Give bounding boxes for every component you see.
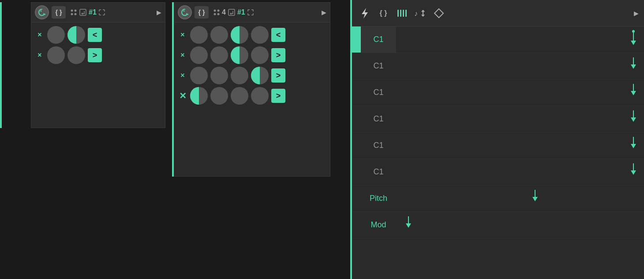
- diamond-icon[interactable]: [431, 6, 446, 21]
- expand-icon-1[interactable]: [98, 9, 105, 16]
- note-knob-1[interactable]: [631, 30, 636, 45]
- note-knob-3[interactable]: [631, 84, 636, 95]
- row-x-2[interactable]: ×: [35, 50, 45, 60]
- note-row-2[interactable]: C1: [352, 53, 644, 79]
- note-row-1[interactable]: C1: [352, 26, 644, 53]
- braces-icon-2[interactable]: { }: [195, 6, 209, 19]
- svg-text:♪: ♪: [414, 10, 418, 17]
- p2-c-4-2[interactable]: [210, 87, 228, 105]
- bars-icon[interactable]: [394, 6, 409, 21]
- braces-icon-3[interactable]: { }: [376, 6, 391, 21]
- p2-c-2-3[interactable]: [231, 46, 248, 64]
- p2-row-x-1[interactable]: ×: [178, 30, 187, 40]
- dots-icon-1: [70, 9, 77, 16]
- note-row-mod[interactable]: Mod: [352, 212, 644, 238]
- note-label-6: C1: [361, 167, 396, 177]
- braces-icon-1[interactable]: { }: [52, 6, 66, 19]
- note-track-2[interactable]: [396, 53, 644, 79]
- note-track-mod[interactable]: [396, 212, 644, 238]
- note-up-down-icon[interactable]: ♪: [413, 6, 428, 21]
- svg-point-7: [214, 13, 216, 15]
- knob-line-1: [633, 33, 634, 41]
- p2-c-3-4[interactable]: [251, 67, 269, 84]
- loop-icon-2[interactable]: [178, 5, 192, 19]
- p2-arrow-left-1[interactable]: <: [271, 28, 285, 42]
- step-row-2: × >: [35, 46, 161, 64]
- p2-c-3-3[interactable]: [231, 67, 248, 84]
- step-circle-2-1[interactable]: [47, 46, 65, 64]
- step-circle-2-2[interactable]: [67, 46, 85, 64]
- p2-c-1-3[interactable]: [231, 26, 248, 44]
- knob-line-mod: [408, 216, 409, 223]
- note-track-6[interactable]: [396, 159, 644, 185]
- knob-triangle-3: [631, 91, 636, 95]
- panel3-toolbar: { } ♪ ▶: [352, 0, 644, 26]
- p2-c-4-1[interactable]: [190, 87, 208, 105]
- p2-arrow-right-4[interactable]: >: [271, 89, 285, 103]
- note-row-5[interactable]: C1: [352, 132, 644, 159]
- p2-row-x-3[interactable]: ×: [178, 71, 187, 80]
- p2-c-1-2[interactable]: [210, 26, 228, 44]
- p2-arrow-right-3[interactable]: >: [271, 68, 285, 83]
- note-label-1: C1: [361, 35, 396, 44]
- knob-triangle-1: [631, 41, 636, 45]
- svg-rect-4: [80, 9, 86, 15]
- note-knob-2[interactable]: [631, 57, 636, 69]
- step-circle-1-1[interactable]: [47, 26, 65, 44]
- play-button-2[interactable]: ▶: [322, 9, 326, 16]
- knob-triangle-2: [631, 64, 636, 69]
- svg-point-3: [75, 13, 77, 15]
- p2-c-2-1[interactable]: [190, 46, 208, 64]
- note-knob-mod[interactable]: [406, 216, 411, 228]
- note-track-4[interactable]: [396, 106, 644, 132]
- note-label-3: C1: [361, 88, 396, 97]
- p2-row-x-2[interactable]: ×: [178, 50, 187, 60]
- p2-arrow-right-2[interactable]: >: [271, 48, 285, 62]
- expand-icon-2[interactable]: [247, 9, 254, 16]
- p2-c-1-4[interactable]: [251, 26, 269, 44]
- svg-rect-10: [397, 10, 399, 17]
- p2-row-x-4[interactable]: ✕: [178, 91, 187, 101]
- svg-point-6: [217, 10, 220, 12]
- note-knob-4[interactable]: [631, 110, 636, 122]
- panel-1: { } #1 ▶ × <: [31, 2, 165, 128]
- enter-icon-1[interactable]: [79, 8, 87, 16]
- note-row-4[interactable]: C1: [352, 106, 644, 132]
- p2-c-1-1[interactable]: [190, 26, 208, 44]
- play-button-3[interactable]: ▶: [634, 10, 639, 17]
- dots-icon-2: [213, 9, 220, 16]
- note-knob-5[interactable]: [631, 137, 636, 148]
- p2-step-row-4: ✕ >: [178, 87, 326, 105]
- svg-rect-12: [403, 10, 404, 17]
- p2-step-row-2: × >: [178, 46, 326, 64]
- arrow-right-2[interactable]: >: [88, 48, 102, 62]
- row-x-1[interactable]: ×: [35, 30, 45, 40]
- note-track-pitch[interactable]: [396, 185, 644, 211]
- p2-c-3-2[interactable]: [210, 67, 228, 84]
- note-track-3[interactable]: [396, 79, 644, 106]
- p2-c-4-3[interactable]: [231, 87, 248, 105]
- play-button-1[interactable]: ▶: [157, 9, 161, 16]
- arrow-left-1[interactable]: <: [88, 28, 102, 42]
- knob-line-pitch: [535, 190, 535, 197]
- note-row-6[interactable]: C1: [352, 159, 644, 185]
- enter-icon-2[interactable]: [228, 8, 236, 16]
- note-knob-6[interactable]: [631, 163, 636, 175]
- note-row-pitch[interactable]: Pitch: [352, 185, 644, 212]
- knob-triangle-6: [631, 170, 636, 175]
- p2-step-row-1: × <: [178, 26, 326, 44]
- panel-3: { } ♪ ▶ C1: [350, 0, 644, 279]
- loop-icon-1[interactable]: [35, 5, 49, 19]
- p2-c-3-1[interactable]: [190, 67, 208, 84]
- p2-c-4-4[interactable]: [251, 87, 269, 105]
- knob-triangle-pitch: [532, 197, 538, 201]
- note-row-3[interactable]: C1: [352, 79, 644, 106]
- note-track-5[interactable]: [396, 132, 644, 158]
- p2-c-2-2[interactable]: [210, 46, 228, 64]
- lightning-icon[interactable]: [357, 6, 372, 21]
- note-knob-pitch[interactable]: [532, 190, 538, 201]
- p2-c-2-4[interactable]: [251, 46, 269, 64]
- note-track-1[interactable]: [396, 26, 644, 53]
- step-circle-1-2[interactable]: [67, 26, 85, 44]
- svg-point-1: [75, 10, 77, 12]
